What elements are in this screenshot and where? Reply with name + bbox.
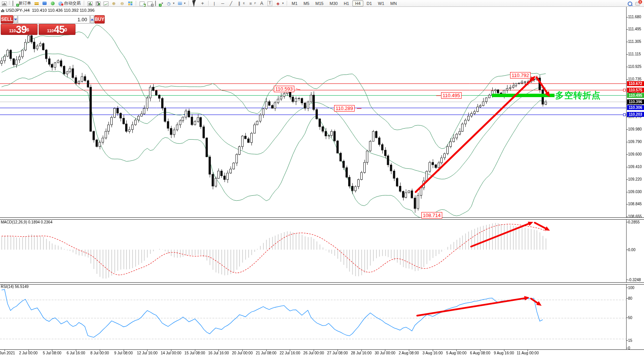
indicator-tick-label: 80 [628, 296, 632, 300]
time-tick-label: 27 Jul 08:00 [327, 351, 348, 355]
one-click-trading-panel: SELL BUY 110396 110450 [1, 15, 75, 35]
time-tick-label: 26 Jul 00:00 [303, 351, 324, 355]
rsi-indicator-label: RSI(14) 56.5149 [1, 285, 28, 289]
spinner-up-icon [91, 19, 94, 20]
price-tick-label: 110.735 [628, 77, 641, 81]
price-tick-label: 109.980 [628, 127, 642, 131]
lot-increase-button[interactable] [90, 15, 94, 24]
price-level-badge: 110.396 [627, 99, 644, 104]
time-tick-label: 16 Jul 16:00 [208, 351, 229, 355]
price-tick-label: 111.495 [628, 27, 641, 31]
time-tick-label: 30 Jul 00:00 [375, 351, 396, 355]
ohlc-values: 110.410 110.436 110.392 110.396 [32, 8, 94, 13]
time-tick-label: 6 Aug 08:00 [470, 351, 490, 355]
chart-title-icon [1, 9, 5, 12]
time-tick-label: 9 Jul 08:00 [114, 351, 133, 355]
main-macd-splitter[interactable] [0, 217, 644, 220]
price-tick-label: 108.845 [628, 202, 642, 206]
spinner-down-icon [14, 19, 17, 20]
indicator-tick-label: 50 [628, 316, 632, 320]
price-annotation-label[interactable]: 110.792 [510, 72, 531, 79]
time-tick-label: 11 Aug 00:00 [517, 351, 539, 355]
time-tick-label: 12 Jul 16:00 [137, 351, 158, 355]
time-tick-label: 20 Jul 00:00 [232, 351, 253, 355]
time-tick-label: 5 Jul 08:00 [43, 351, 61, 355]
time-tick-label: 6 Jul 16:00 [67, 351, 85, 355]
buy-price-pip: 0 [64, 24, 67, 35]
price-level-badge: 110.306 [627, 105, 644, 110]
indicator-tick-label: 0.2855 [628, 220, 640, 224]
sell-price-display[interactable]: 110396 [1, 24, 38, 35]
lot-size-input[interactable] [18, 15, 90, 24]
price-tick-label: 109.030 [628, 190, 642, 194]
price-annotation-label[interactable]: 110.593 [274, 86, 294, 92]
time-tick-label: 21 Jul 08:00 [256, 351, 276, 355]
time-tick-label: 14 Jul 00:00 [161, 351, 182, 355]
time-tick-label: 2 Jul 00:00 [19, 351, 38, 355]
macd-rsi-splitter[interactable] [0, 282, 644, 285]
price-level-badge: 110.203 [627, 112, 644, 117]
price-tick-label: 109.220 [628, 177, 642, 181]
time-tick-label: 28 Jul 16:00 [351, 351, 372, 355]
lot-decrease-button[interactable] [14, 15, 17, 24]
macd-indicator-label: MACD(12,26,9) 0.1894 0.2364 [1, 220, 52, 224]
sell-price-main: 39 [16, 25, 27, 35]
buy-button[interactable]: BUY [94, 15, 105, 24]
mt4-terminal: + 新订单 自动交易 ⊕ ⊖ ▶ + +▾ ◷▾ ▾ + | ─ ╱ ∥E ≡F… [0, 0, 644, 357]
time-tick-label: 5 Aug 00:00 [446, 351, 467, 355]
price-level-badge: 110.575 [627, 88, 644, 93]
chart-title: USDJPY-,H4 110.410 110.436 110.392 110.3… [6, 8, 94, 13]
time-tick-label: 8 Jul 00:00 [90, 351, 109, 355]
buy-price-prefix: 110 [47, 27, 54, 35]
price-axis-border [626, 7, 627, 350]
price-tick-label: 109.600 [628, 152, 642, 156]
price-tick-label: 109.790 [628, 140, 642, 144]
time-tick-label: 9 Aug 16:00 [494, 351, 514, 355]
buy-price-display[interactable]: 110450 [39, 24, 75, 35]
chart-canvas[interactable] [0, 0, 644, 357]
price-annotation-label[interactable]: 108.714 [421, 212, 442, 219]
price-annotation-label[interactable]: 110.495 [441, 92, 462, 99]
price-tick-label: 111.680 [628, 15, 641, 19]
time-axis-border [0, 349, 644, 350]
price-annotation-label[interactable]: 110.289 [334, 105, 355, 112]
sell-button[interactable]: SELL [1, 15, 13, 24]
price-level-badge: 110.495 [627, 93, 644, 98]
sell-price-pip: 6 [27, 24, 29, 35]
time-tick-label: 30 Jun 2021 [0, 351, 15, 355]
time-tick-label: 3 Aug 16:00 [423, 351, 443, 355]
indicator-tick-label: 15 [628, 338, 632, 343]
turning-point-annotation[interactable]: 多空转折点 [555, 90, 601, 101]
sell-price-prefix: 110 [9, 27, 16, 35]
price-tick-label: 111.305 [628, 39, 641, 44]
price-level-badge: 110.672 [627, 81, 644, 86]
buy-price-main: 45 [54, 25, 64, 35]
price-tick-label: 109.410 [628, 165, 642, 169]
hline-handle-red[interactable] [623, 89, 626, 91]
price-tick-label: 110.925 [628, 64, 641, 69]
time-tick-label: 15 Jul 08:00 [184, 351, 205, 355]
price-tick-label: 111.115 [628, 52, 641, 56]
indicator-tick-label: 0.00 [628, 248, 635, 252]
hline-handle-blue[interactable] [623, 113, 626, 116]
indicator-tick-label: 100 [628, 286, 635, 290]
symbol-period-label: USDJPY-,H4 [6, 8, 30, 13]
time-tick-label: 22 Jul 16:00 [280, 351, 300, 355]
indicator-tick-label: -0.3248 [628, 278, 641, 282]
time-tick-label: 2 Aug 08:00 [399, 351, 419, 355]
